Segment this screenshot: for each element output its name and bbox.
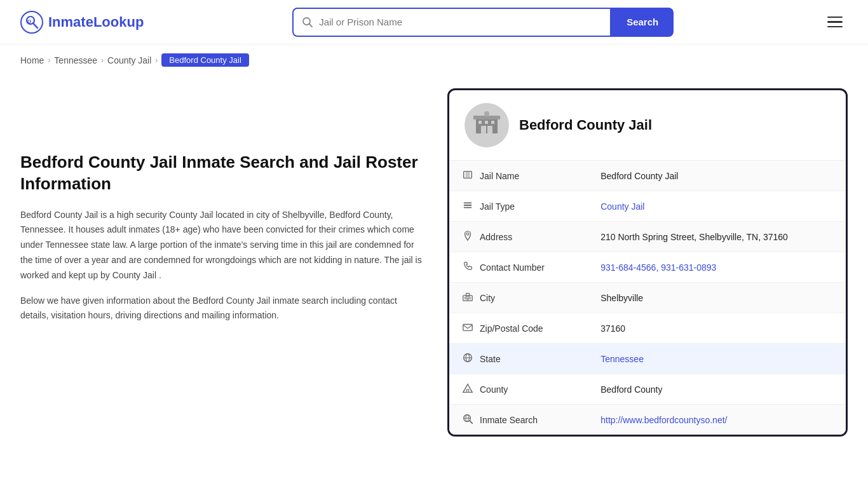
table-row: Contact Number931-684-4566, 931-631-0893 [449,252,846,283]
svg-rect-27 [463,325,472,331]
table-value-cell[interactable]: Tennessee [588,344,846,374]
jail-avatar [465,103,509,147]
search-globe-icon [462,413,473,426]
svg-line-35 [470,421,473,424]
svg-rect-24 [465,297,467,299]
table-label-cell: Contact Number [449,252,564,282]
table-value-cell[interactable]: 931-684-4566, 931-631-0893 [588,252,846,283]
description-para-1: Bedford County Jail is a high security C… [20,208,427,283]
search-input[interactable] [319,17,602,27]
search-button[interactable]: Search [611,8,674,37]
table-row: Address210 North Spring Street, Shelbyvi… [449,222,846,252]
pin-icon [462,230,473,243]
table-value-cell[interactable]: http://www.bedfordcountyso.net/ [588,405,846,435]
list-icon [462,200,473,213]
table-row: CityShelbyville [449,283,846,313]
table-row: Inmate Searchhttp://www.bedfordcountyso.… [449,405,846,435]
main-content: Bedford County Jail Inmate Search and Ja… [0,76,868,462]
table-label-cell: State [449,344,564,374]
table-label-cell: Zip/Postal Code [449,313,564,343]
table-row: Zip/Postal Code37160 [449,313,846,344]
logo-icon: Q [20,11,43,34]
svg-point-21 [466,233,469,236]
hamburger-line-1 [827,17,843,18]
table-value-cell[interactable]: County Jail [588,191,846,222]
table-label-cell: County [449,374,564,404]
svg-rect-25 [469,297,471,299]
table-label-cell: City [449,283,564,313]
breadcrumb-chevron-2: › [101,56,104,65]
table-row: CountyBedford County [449,374,846,405]
svg-line-5 [309,24,313,27]
phone-icon [462,261,473,274]
logo-link[interactable]: Q InmateLookup [20,11,144,34]
county-icon [462,383,473,396]
table-link[interactable]: http://www.bedfordcountyso.net/ [600,415,727,425]
table-link[interactable]: County Jail [600,201,644,212]
svg-rect-26 [467,298,468,301]
svg-rect-10 [487,126,492,133]
logo-text: InmateLookup [48,14,144,30]
left-panel: Bedford County Jail Inmate Search and Ja… [20,88,427,437]
svg-rect-19 [464,205,472,206]
table-row: Jail NameBedford County Jail [449,161,846,191]
svg-rect-13 [491,121,494,124]
jail-avatar-image [465,103,509,147]
site-header: Q InmateLookup Search [0,0,868,44]
hamburger-line-2 [827,21,843,23]
info-card-header: Bedford County Jail [449,90,846,161]
breadcrumb-chevron-1: › [48,56,50,65]
svg-point-14 [484,111,489,116]
right-panel: Bedford County Jail Jail NameBedford Cou… [447,88,848,437]
table-link[interactable]: Tennessee [600,354,644,364]
svg-rect-11 [478,121,482,124]
globe-icon [462,352,473,365]
breadcrumb-state[interactable]: Tennessee [54,55,97,65]
svg-rect-31 [466,390,469,393]
search-bar: Search [292,8,674,37]
breadcrumb-type[interactable]: County Jail [107,55,151,65]
svg-rect-16 [466,172,467,179]
breadcrumb-home[interactable]: Home [20,55,44,65]
table-row: StateTennessee [449,344,846,374]
hamburger-menu[interactable] [822,11,848,33]
mail-icon [462,322,473,335]
table-label-cell: Address [449,222,564,252]
svg-point-0 [21,11,43,33]
svg-rect-20 [464,207,472,208]
svg-rect-17 [468,172,470,179]
info-card-title: Bedford County Jail [519,117,652,133]
breadcrumb-current: Bedford County Jail [161,53,248,67]
description-para-2: Below we have given information about th… [20,294,427,324]
info-table: Jail NameBedford County JailJail TypeCou… [449,161,846,435]
table-label-cell: Inmate Search [449,405,564,435]
table-label-cell: Jail Name [449,161,564,191]
info-card: Bedford County Jail Jail NameBedford Cou… [447,88,848,437]
table-row: Jail TypeCounty Jail [449,191,846,222]
hamburger-line-3 [827,26,843,28]
jail-icon [462,169,473,182]
table-value-cell: 37160 [588,313,846,344]
search-input-wrapper [292,8,611,37]
table-value-cell: Shelbyville [588,283,846,313]
breadcrumb: Home › Tennessee › County Jail › Bedford… [0,44,868,76]
table-value-cell: Bedford County [588,374,846,405]
svg-rect-18 [464,203,472,204]
svg-rect-9 [481,126,486,133]
breadcrumb-chevron-3: › [155,56,158,65]
svg-rect-12 [485,121,488,124]
svg-text:Q: Q [27,18,31,24]
table-link[interactable]: 931-684-4566, 931-631-0893 [600,262,716,273]
search-icon [301,16,314,29]
svg-line-2 [34,24,38,28]
page-heading: Bedford County Jail Inmate Search and Ja… [20,152,427,195]
table-value-cell: 210 North Spring Street, Shelbyville, TN… [588,222,846,252]
table-label-cell: Jail Type [449,191,564,221]
city-icon [462,291,473,304]
table-value-cell: Bedford County Jail [588,161,846,191]
svg-rect-15 [464,172,472,179]
